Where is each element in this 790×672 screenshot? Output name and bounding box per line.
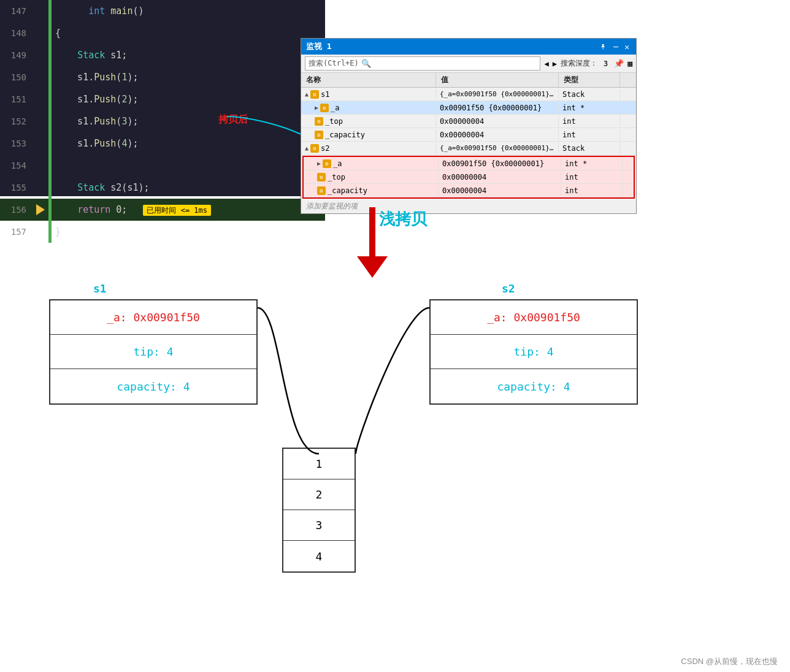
s1-diagram-label: s1 — [93, 282, 107, 295]
s2-diagram-label: s2 — [502, 282, 515, 295]
watch-row-s1-top[interactable]: ⚙ _top 0x00000004 int — [301, 115, 636, 128]
diagram-area: s1 _a: 0x00901f50 tip: 4 capacity: 4 s2 … — [0, 282, 790, 650]
s2-red-border-group: ▶ ⚙ _a 0x00901f50 {0x00000001} int * ⚙ _… — [302, 156, 635, 199]
watch-pin-btn[interactable]: 🖈 — [597, 42, 609, 52]
s2-a-var-icon: ⚙ — [323, 159, 331, 168]
watch-cell-s2-cap-name: ⚙ _capacity — [304, 185, 439, 196]
s1-cap-var-icon: ⚙ — [315, 131, 323, 139]
s1-cap-name-text: _capacity — [325, 131, 365, 139]
code-line-155: 155 Stack s2(s1); — [0, 177, 325, 199]
s2-cap-var-icon: ⚙ — [317, 186, 326, 195]
watch-cell-s1-name: ▲ ⚙ s1 — [301, 89, 436, 100]
array-row-3: 3 — [283, 510, 355, 541]
array-row-1: 1 — [283, 449, 355, 479]
watch-columns-btn[interactable]: ▦ — [627, 59, 632, 68]
watch-row-s2-a[interactable]: ▶ ⚙ _a 0x00901f50 {0x00000001} int * — [304, 157, 634, 170]
watch-cell-s1-a-name: ▶ ⚙ _a — [301, 102, 436, 113]
code-line-157: 157 } — [0, 221, 325, 243]
code-line-152: 152 s1.Push(3); — [0, 110, 325, 132]
code-line-154: 154 — [0, 155, 325, 177]
search-depth-value: 3 — [604, 59, 608, 68]
arrow-right-icon[interactable]: ▶ — [553, 59, 557, 68]
col-header-type: 类型 — [559, 73, 620, 87]
s1-capacity-row: capacity: 4 — [50, 369, 256, 403]
watch-cell-s1-top-name: ⚙ _top — [301, 116, 436, 127]
watch-cell-s2-a-type: int * — [561, 158, 623, 169]
watch-cell-s1-cap-name: ⚙ _capacity — [301, 129, 436, 140]
s2-name-text: s2 — [321, 144, 329, 153]
watch-options-btn[interactable]: 📌 — [614, 59, 624, 68]
watch-cell-s1-top-value: 0x00000004 — [436, 116, 559, 127]
search-icon: 🔍 — [361, 59, 371, 68]
watch-cell-s2-top-name: ⚙ _top — [304, 172, 439, 183]
array-row-4: 4 — [283, 541, 355, 571]
watch-row-s1-capacity[interactable]: ⚙ _capacity 0x00000004 int — [301, 128, 636, 142]
watch-titlebar-buttons: 🖈 ─ ✕ — [597, 42, 631, 52]
s2-cap-name-text: _capacity — [328, 186, 367, 195]
watch-cell-s2-a-name: ▶ ⚙ _a — [304, 158, 439, 169]
expand-s2-a-icon[interactable]: ▶ — [317, 160, 321, 167]
s2-a-name-text: _a — [333, 159, 342, 168]
code-line-147: 147 int main() — [0, 0, 325, 22]
time-badge: 已用时间 <= 1ms — [143, 205, 211, 216]
code-line-149: 149 Stack s1; — [0, 44, 325, 66]
watch-add-row[interactable]: 添加要监视的项 — [301, 199, 636, 213]
watch-row-s2-top[interactable]: ⚙ _top 0x00000004 int — [304, 170, 634, 184]
watch-col-headers: 名称 值 类型 — [301, 73, 636, 88]
expand-s1-a-icon[interactable]: ▶ — [315, 104, 318, 111]
watch-row-s2-capacity[interactable]: ⚙ _capacity 0x00000004 int — [304, 184, 634, 197]
s1-top-row: tip: 4 — [50, 335, 256, 369]
watch-toolbar: 搜索(Ctrl+E) 🔍 ◀ ▶ 搜索深度： 3 📌 ▦ — [301, 55, 636, 73]
watch-row-s1-a[interactable]: ▶ ⚙ _a 0x00901f50 {0x00000001} int * — [301, 101, 636, 115]
watch-cell-s2-value: {_a=0x00901f50 {0x00000001} _top=0x0... — [436, 143, 559, 153]
array-row-2: 2 — [283, 479, 355, 510]
code-line-156: 156 return 0; 已用时间 <= 1ms — [0, 199, 325, 221]
s1-var-icon: ⚙ — [310, 90, 319, 99]
s2-var-icon: ⚙ — [310, 144, 319, 153]
code-line-151: 151 s1.Push(2); — [0, 88, 325, 110]
s2-a-row: _a: 0x00901f50 — [431, 300, 637, 335]
shallow-copy-label: 浅拷贝 — [379, 208, 427, 230]
watch-cell-s1-value: {_a=0x00901f50 {0x00000001} _top=0x0... — [436, 89, 559, 99]
watch-close-btn[interactable]: ✕ — [623, 42, 631, 52]
watch-titlebar: 监视 1 🖈 ─ ✕ — [301, 39, 636, 55]
arrow-left-icon[interactable]: ◀ — [544, 59, 548, 68]
watch-cell-s1-a-type: int * — [559, 102, 620, 113]
s2-top-var-icon: ⚙ — [317, 173, 326, 181]
watch-cell-s2-type: Stack — [559, 143, 620, 154]
s1-name-text: s1 — [321, 90, 329, 99]
arrow-head — [357, 256, 388, 278]
watch-cell-s1-a-value: 0x00901f50 {0x00000001} — [436, 102, 559, 113]
watch-row-s1[interactable]: ▲ ⚙ s1 {_a=0x00901f50 {0x00000001} _top=… — [301, 88, 636, 101]
s1-top-name-text: _top — [325, 117, 343, 126]
s1-a-row: _a: 0x00901f50 — [50, 300, 256, 335]
watch-cell-s2-top-type: int — [561, 172, 623, 183]
execution-arrow — [36, 204, 45, 215]
watch-window: 监视 1 🖈 ─ ✕ 搜索(Ctrl+E) 🔍 ◀ ▶ 搜索深度： 3 📌 ▦ … — [301, 38, 637, 214]
watch-row-s2[interactable]: ▲ ⚙ s2 {_a=0x00901f50 {0x00000001} _top=… — [301, 142, 636, 155]
expand-s1-icon[interactable]: ▲ — [305, 91, 309, 97]
code-line-153: 153 s1.Push(4); — [0, 132, 325, 155]
col-header-value: 值 — [436, 73, 559, 87]
s1-a-name-text: _a — [331, 104, 339, 112]
col-header-name: 名称 — [301, 73, 436, 87]
code-line-150: 150 s1.Push(1); — [0, 66, 325, 88]
watch-cell-s1-top-type: int — [559, 116, 620, 127]
s2-diagram-box: _a: 0x00901f50 tip: 4 capacity: 4 — [429, 299, 638, 405]
watch-cell-s1-cap-value: 0x00000004 — [436, 129, 559, 140]
s1-diagram-box: _a: 0x00901f50 tip: 4 capacity: 4 — [49, 299, 258, 405]
watch-search-box[interactable]: 搜索(Ctrl+E) 🔍 — [305, 56, 540, 71]
shared-array-box: 1 2 3 4 — [282, 448, 356, 573]
watch-cell-s2-top-value: 0x00000004 — [439, 172, 561, 183]
s1-a-var-icon: ⚙ — [320, 104, 329, 112]
footer-text: CSDN @从前慢，现在也慢 — [681, 656, 778, 667]
copy-after-annotation: 拷贝后 — [218, 113, 248, 126]
watch-minimize-btn[interactable]: ─ — [612, 42, 620, 52]
search-depth-label: 搜索深度： — [561, 58, 597, 69]
expand-s2-icon[interactable]: ▲ — [305, 145, 309, 151]
watch-search-label: 搜索(Ctrl+E) — [309, 58, 359, 69]
watch-cell-s2-name: ▲ ⚙ s2 — [301, 143, 436, 154]
s1-top-var-icon: ⚙ — [315, 117, 323, 126]
watch-title: 监视 1 — [306, 41, 332, 52]
s2-top-row: tip: 4 — [431, 335, 637, 369]
